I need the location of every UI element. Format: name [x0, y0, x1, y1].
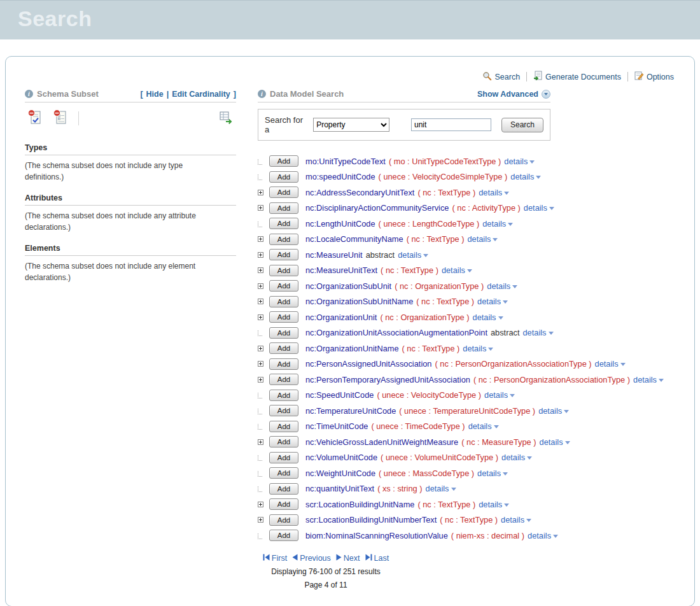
details-link[interactable]: details [477, 297, 508, 306]
add-button[interactable]: Add [269, 265, 298, 276]
add-button[interactable]: Add [269, 218, 298, 229]
next-page-link[interactable]: Next [336, 554, 360, 563]
details-link[interactable]: details [479, 188, 509, 197]
result-name-link[interactable]: nc:WeightUnitCode [305, 469, 375, 478]
details-link[interactable]: details [595, 359, 626, 369]
expand-toggle-icon[interactable] [258, 205, 263, 211]
result-name-link[interactable]: nc:LocaleCommunityName [305, 234, 403, 244]
result-name-link[interactable]: nc:LengthUnitCode [305, 219, 375, 229]
add-button[interactable]: Add [269, 498, 298, 510]
details-link[interactable]: details [467, 234, 498, 244]
result-name-link[interactable]: nc:SpeedUnitCode [305, 390, 374, 400]
first-page-link[interactable]: First [263, 554, 287, 563]
result-name-link[interactable]: scr:LocationBuildingUnitNumberText [305, 515, 437, 525]
details-link[interactable]: details [426, 484, 456, 493]
details-link[interactable]: details [524, 203, 554, 213]
add-button[interactable]: Add [269, 311, 298, 323]
add-button[interactable]: Add [269, 342, 298, 354]
result-name-link[interactable]: nc:VehicleGrossLadenUnitWeightMeasure [305, 437, 458, 447]
details-link[interactable]: details [510, 172, 541, 181]
add-button[interactable]: Add [269, 436, 298, 447]
expand-toggle-icon[interactable] [258, 236, 263, 242]
last-page-link[interactable]: Last [365, 554, 389, 563]
result-name-link[interactable]: nc:OrganizationUnitAssociationAugmentati… [305, 328, 487, 337]
result-name-link[interactable]: nc:PersonTemporaryAssignedUnitAssociatio… [305, 375, 470, 384]
add-button[interactable]: Add [269, 483, 298, 495]
result-name-link[interactable]: nc:VolumeUnitCode [305, 453, 377, 462]
show-advanced-link[interactable]: Show Advanced [477, 90, 550, 99]
result-name-link[interactable]: nc:quantityUnitText [305, 484, 374, 493]
add-button[interactable]: Add [269, 327, 298, 339]
previous-page-link[interactable]: Previous [292, 554, 331, 563]
generate-documents-link[interactable]: Generate Documents [533, 71, 621, 83]
details-link[interactable]: details [477, 469, 508, 478]
edit-cardinality-link[interactable]: Edit Cardinality [172, 90, 230, 99]
add-button[interactable]: Add [269, 358, 298, 370]
details-link[interactable]: details [398, 250, 428, 260]
add-button[interactable]: Add [269, 514, 298, 526]
hide-link[interactable]: Hide [146, 90, 164, 99]
result-name-link[interactable]: mo:UnitTypeCodeText [305, 157, 386, 166]
details-link[interactable]: details [473, 313, 503, 322]
export-subset-button[interactable] [218, 109, 234, 127]
add-button[interactable]: Add [269, 249, 298, 260]
details-link[interactable]: details [484, 390, 515, 400]
details-link[interactable]: details [463, 344, 493, 353]
details-link[interactable]: details [528, 531, 558, 540]
expand-toggle-icon[interactable] [258, 502, 263, 507]
add-button[interactable]: Add [269, 202, 298, 214]
add-button[interactable]: Add [269, 467, 298, 479]
expand-toggle-icon[interactable] [258, 299, 263, 304]
expand-toggle-icon[interactable] [258, 439, 263, 445]
add-button[interactable]: Add [269, 234, 298, 245]
details-link[interactable]: details [442, 265, 472, 275]
add-button[interactable]: Add [269, 390, 298, 401]
search-nav-link[interactable]: Search [482, 71, 520, 83]
expand-toggle-icon[interactable] [258, 267, 263, 273]
add-button[interactable]: Add [269, 530, 298, 541]
result-name-link[interactable]: nc:TimeUnitCode [305, 421, 368, 431]
result-name-link[interactable]: nc:OrganizationUnit [305, 313, 377, 322]
search-submit-button[interactable]: Search [501, 118, 543, 132]
result-name-link[interactable]: nc:MeasureUnit [305, 250, 363, 260]
details-link[interactable]: details [633, 375, 664, 384]
details-link[interactable]: details [482, 219, 513, 229]
add-button[interactable]: Add [269, 421, 298, 432]
result-name-link[interactable]: nc:OrganizationSubUnit [305, 281, 391, 291]
result-name-link[interactable]: scr:LocationBuildingUnitName [305, 500, 414, 509]
remove-properties-button[interactable] [53, 109, 68, 127]
details-link[interactable]: details [479, 500, 509, 509]
add-button[interactable]: Add [269, 280, 298, 292]
result-name-link[interactable]: nc:AddressSecondaryUnitText [305, 188, 414, 197]
result-name-link[interactable]: nc:OrganizationSubUnitName [305, 297, 413, 306]
result-name-link[interactable]: biom:NominalScanningResolutionValue [305, 531, 448, 540]
expand-toggle-icon[interactable] [258, 346, 263, 351]
details-link[interactable]: details [538, 406, 569, 416]
expand-toggle-icon[interactable] [258, 190, 263, 195]
details-link[interactable]: details [468, 421, 499, 431]
result-name-link[interactable]: nc:OrganizationUnitName [305, 344, 399, 353]
expand-toggle-icon[interactable] [258, 517, 263, 523]
result-name-link[interactable]: nc:MeasureUnitText [305, 265, 377, 275]
details-link[interactable]: details [501, 515, 531, 525]
details-link[interactable]: details [523, 328, 554, 337]
details-link[interactable]: details [540, 437, 570, 447]
remove-types-button[interactable] [27, 109, 43, 127]
add-button[interactable]: Add [269, 187, 298, 198]
expand-toggle-icon[interactable] [258, 314, 263, 320]
add-button[interactable]: Add [269, 171, 298, 183]
details-link[interactable]: details [487, 281, 517, 291]
options-link[interactable]: Options [634, 71, 674, 83]
expand-toggle-icon[interactable] [258, 252, 263, 258]
search-type-select[interactable]: Property [313, 118, 389, 132]
expand-toggle-icon[interactable] [258, 377, 263, 383]
result-name-link[interactable]: nc:DisciplinaryActionCommunityService [305, 203, 449, 213]
add-button[interactable]: Add [269, 452, 298, 463]
expand-toggle-icon[interactable] [258, 361, 263, 367]
search-query-input[interactable] [411, 118, 491, 131]
details-link[interactable]: details [501, 453, 532, 462]
result-name-link[interactable]: nc:TemperatureUnitCode [305, 406, 396, 416]
add-button[interactable]: Add [269, 405, 298, 416]
add-button[interactable]: Add [269, 374, 298, 385]
add-button[interactable]: Add [269, 155, 298, 167]
